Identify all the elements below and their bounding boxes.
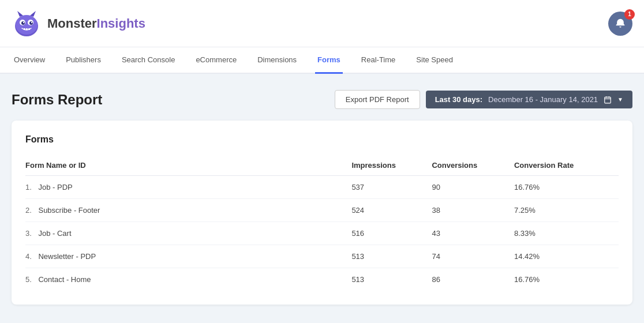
col-header-name: Form Name or ID xyxy=(25,155,351,176)
card-title: Forms xyxy=(25,134,619,145)
cell-impressions: 516 xyxy=(351,222,432,245)
cell-conversions: 90 xyxy=(432,176,514,199)
page-header: Forms Report Export PDF Report Last 30 d… xyxy=(12,90,632,109)
svg-point-5 xyxy=(29,21,33,25)
svg-rect-13 xyxy=(605,97,611,103)
cell-impressions: 524 xyxy=(351,199,432,222)
table-row: 2. Subscribe - Footer 524 38 7.25% xyxy=(25,199,619,222)
nav-item-publishers[interactable]: Publishers xyxy=(63,47,103,74)
svg-point-7 xyxy=(31,21,32,22)
cell-name: 5. Contact - Home xyxy=(25,268,351,291)
cell-conversions: 38 xyxy=(432,199,514,222)
table-body: 1. Job - PDP 537 90 16.76% 2. Subscribe … xyxy=(25,176,619,291)
header: MonsterInsights 1 xyxy=(0,0,644,47)
cell-name: 4. Newsletter - PDP xyxy=(25,245,351,268)
form-name: Contact - Home xyxy=(38,275,91,284)
svg-point-6 xyxy=(23,21,24,22)
form-name: Job - PDP xyxy=(38,183,72,191)
nav-item-sitespeed[interactable]: Site Speed xyxy=(414,47,455,74)
logo-area: MonsterInsights xyxy=(12,9,145,39)
cell-conversions: 86 xyxy=(432,268,514,291)
cell-conversions: 43 xyxy=(432,222,514,245)
cell-rate: 8.33% xyxy=(514,222,619,245)
logo-insights: Insights xyxy=(97,16,145,31)
notification-badge: 1 xyxy=(624,9,635,20)
table-row: 4. Newsletter - PDP 513 74 14.42% xyxy=(25,245,619,268)
svg-rect-10 xyxy=(24,28,25,30)
page-title: Forms Report xyxy=(12,92,102,108)
page-actions: Export PDF Report Last 30 days: December… xyxy=(335,90,632,109)
cell-impressions: 513 xyxy=(351,268,432,291)
cell-name: 2. Subscribe - Footer xyxy=(25,199,351,222)
cell-name: 3. Job - Cart xyxy=(25,222,351,245)
date-range-value: December 16 - January 14, 2021 xyxy=(488,95,598,104)
row-number: 5. xyxy=(25,275,32,284)
main-navigation: Overview Publishers Search Console eComm… xyxy=(0,47,644,74)
forms-table: Form Name or ID Impressions Conversions … xyxy=(25,155,619,291)
calendar-icon xyxy=(604,96,612,104)
form-name: Newsletter - PDP xyxy=(38,252,96,261)
svg-point-1 xyxy=(16,15,38,35)
nav-item-search-console[interactable]: Search Console xyxy=(119,47,178,74)
svg-marker-8 xyxy=(17,11,23,17)
date-range-label: Last 30 days: xyxy=(435,95,482,104)
export-pdf-button[interactable]: Export PDF Report xyxy=(335,90,420,109)
cell-rate: 16.76% xyxy=(514,176,619,199)
form-name: Subscribe - Footer xyxy=(38,206,100,215)
cell-conversions: 74 xyxy=(432,245,514,268)
cell-rate: 16.76% xyxy=(514,268,619,291)
logo-text: MonsterInsights xyxy=(47,16,145,31)
row-number: 4. xyxy=(25,252,32,261)
bell-icon xyxy=(615,18,626,29)
forms-card: Forms Form Name or ID Impressions Conver… xyxy=(12,121,632,305)
table-row: 1. Job - PDP 537 90 16.76% xyxy=(25,176,619,199)
nav-item-forms[interactable]: Forms xyxy=(315,47,343,74)
col-header-conversions: Conversions xyxy=(432,155,514,176)
header-right: 1 xyxy=(608,12,632,36)
cell-name: 1. Job - PDP xyxy=(25,176,351,199)
nav-item-dimensions[interactable]: Dimensions xyxy=(255,47,299,74)
table-header: Form Name or ID Impressions Conversions … xyxy=(25,155,619,176)
table-row: 3. Job - Cart 516 43 8.33% xyxy=(25,222,619,245)
row-number: 1. xyxy=(25,183,32,191)
col-header-impressions: Impressions xyxy=(351,155,432,176)
cell-impressions: 513 xyxy=(351,245,432,268)
cell-impressions: 537 xyxy=(351,176,432,199)
table-row: 5. Contact - Home 513 86 16.76% xyxy=(25,268,619,291)
nav-item-ecommerce[interactable]: eCommerce xyxy=(193,47,239,74)
dropdown-chevron: ▼ xyxy=(617,96,623,103)
nav-item-realtime[interactable]: Real-Time xyxy=(359,47,398,74)
svg-marker-9 xyxy=(30,11,36,17)
row-number: 2. xyxy=(25,206,32,215)
svg-rect-12 xyxy=(28,28,30,30)
page-content: Forms Report Export PDF Report Last 30 d… xyxy=(0,74,644,316)
row-number: 3. xyxy=(25,229,32,238)
logo-monster: Monster xyxy=(47,16,97,31)
cell-rate: 14.42% xyxy=(514,245,619,268)
notification-button[interactable]: 1 xyxy=(608,12,632,36)
cell-rate: 7.25% xyxy=(514,199,619,222)
svg-point-4 xyxy=(21,21,25,25)
logo-icon xyxy=(12,9,42,39)
svg-rect-11 xyxy=(26,28,28,30)
nav-item-overview[interactable]: Overview xyxy=(12,47,47,74)
col-header-rate: Conversion Rate xyxy=(514,155,619,176)
form-name: Job - Cart xyxy=(38,229,71,238)
date-range-button[interactable]: Last 30 days: December 16 - January 14, … xyxy=(426,91,632,108)
